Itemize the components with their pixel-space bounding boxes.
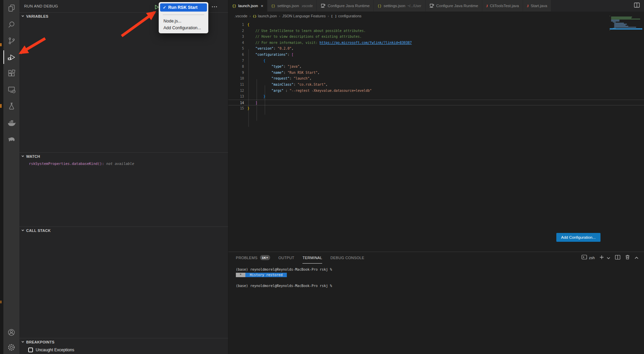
breadcrumb[interactable]: .vscode›{}launch.json›JSON Language Feat…: [228, 12, 644, 20]
terminal-prompt-line: (base) reynoldmorel@Reynolds-MacBook-Pro…: [236, 283, 644, 289]
code-line-15[interactable]: 15}: [228, 105, 644, 112]
code-line-1[interactable]: 1{: [228, 22, 644, 28]
explorer-icon[interactable]: [3, 0, 19, 16]
code-line-14[interactable]: 14 ]: [228, 100, 644, 106]
launch-profile-chevron-down-icon[interactable]: [607, 255, 610, 261]
watch-expression-row[interactable]: rskSystemProperties.databaseKind(): not …: [19, 160, 228, 166]
docker-icon[interactable]: [3, 114, 19, 131]
line-content: // For more information, visit: https://…: [244, 40, 412, 46]
dropdown-separator: [163, 15, 204, 15]
chevron-down-icon: [21, 13, 25, 19]
close-icon[interactable]: ×: [261, 3, 263, 9]
code-line-12[interactable]: 12 "args" : "--regtest -Xkeyvalue.dataso…: [228, 88, 644, 94]
breakpoints-pane-title: BREAKPOINTS: [26, 340, 54, 344]
code-line-2[interactable]: 2 // Use IntelliSense to learn about pos…: [228, 28, 644, 34]
json-file-icon: {}: [253, 14, 257, 18]
line-content: ]: [244, 100, 258, 105]
code-editor[interactable]: 1{2 // Use IntelliSense to learn about p…: [228, 20, 644, 252]
tab-launch-json[interactable]: {}launch.json×: [228, 0, 267, 12]
minimap[interactable]: [610, 16, 642, 35]
code-line-5[interactable]: 5 "version": "0.2.0",: [228, 46, 644, 52]
watch-pane-header[interactable]: WATCH: [19, 153, 228, 160]
line-number: 15: [228, 105, 244, 112]
minimap-line: [614, 23, 624, 23]
call-stack-pane: CALL STACK: [19, 226, 228, 338]
remote-explorer-icon[interactable]: [3, 82, 19, 98]
terminal-output[interactable]: (base) reynoldmorel@Reynolds-MacBook-Pro…: [228, 264, 644, 289]
panel-tab-label: DEBUG CONSOLE: [330, 256, 364, 260]
tab-configure-java-runtime[interactable]: Configure Java Runtime: [317, 0, 373, 12]
panel-tab-debug-console[interactable]: DEBUG CONSOLE: [330, 252, 364, 264]
code-line-3[interactable]: 3 // Hover to view descriptions of exist…: [228, 34, 644, 40]
terminal-history-restored-line: * History restored: [236, 272, 644, 278]
chevron-down-icon: [21, 227, 25, 234]
extensions-icon[interactable]: [3, 65, 19, 82]
tab-start-java[interactable]: JStart.java: [523, 0, 551, 12]
dropdown-item-add-configuration[interactable]: Add Configuration...: [160, 24, 207, 31]
java-file-icon: J: [486, 4, 488, 8]
breadcrumb-item[interactable]: configurations: [338, 14, 362, 18]
line-number: 9: [228, 70, 244, 76]
add-configuration-button[interactable]: Add Configuration...: [556, 233, 601, 242]
dropdown-selected-item[interactable]: ✓ Run RSK Start: [160, 3, 207, 12]
code-line-10[interactable]: 10 "request": "launch",: [228, 75, 644, 82]
minimap-line: [614, 27, 636, 28]
breadcrumb-separator: ›: [249, 14, 251, 18]
maximize-panel-chevron-up-icon[interactable]: [634, 255, 639, 261]
minimap-line: [614, 25, 626, 26]
tab-settings-json[interactable]: {}settings.json~/.../User: [374, 0, 425, 12]
code-line-9[interactable]: 9 "name": "Run RSK Start",: [228, 70, 644, 76]
breadcrumb-item[interactable]: JSON Language Features: [282, 14, 326, 18]
tab-configure-java-runtime[interactable]: Configure Java Runtime: [425, 0, 482, 12]
breakpoints-pane: BREAKPOINTS Uncaught Exceptions: [19, 338, 228, 354]
code-line-8[interactable]: 8 "type": "java",: [228, 64, 644, 70]
breadcrumb-item[interactable]: .vscode: [234, 14, 247, 18]
bottom-panel: PROBLEMS1K+OUTPUTTERMINALDEBUG CONSOLE z…: [228, 252, 644, 354]
split-editor-icon[interactable]: [634, 2, 640, 9]
breadcrumb-item[interactable]: launch.json: [258, 14, 277, 18]
code-line-7[interactable]: 7 {: [228, 58, 644, 64]
line-number: 14: [228, 100, 244, 105]
json-file-icon: {}: [271, 4, 275, 8]
line-number: 5: [228, 46, 244, 52]
new-terminal-icon[interactable]: [599, 255, 604, 261]
shell-label[interactable]: zsh: [589, 256, 595, 260]
code-line-11[interactable]: 11 "mainClass": "co.rsk.Start",: [228, 82, 644, 88]
dropdown-item-node-js[interactable]: Node.js...: [160, 18, 207, 24]
uncaught-exceptions-checkbox[interactable]: [28, 348, 33, 352]
views-more-actions-icon[interactable]: [212, 3, 217, 9]
panel-tab-terminal[interactable]: TERMINAL: [302, 252, 322, 264]
minimap-line: [614, 26, 628, 27]
terminal-prompt-line: (base) reynoldmorel@Reynolds-MacBook-Pro…: [236, 267, 644, 272]
variables-pane-title: VARIABLES: [26, 14, 48, 18]
tab-settings-json[interactable]: {}settings.json.vscode: [267, 0, 317, 12]
line-content: "type": "java",: [244, 64, 301, 70]
call-stack-pane-header[interactable]: CALL STACK: [19, 227, 228, 234]
json-file-icon: {}: [232, 4, 236, 8]
terminal-prompt-line: [236, 278, 644, 283]
code-line-6[interactable]: 6 "configurations": [: [228, 52, 644, 58]
gradle-icon[interactable]: [3, 131, 19, 147]
source-control-icon[interactable]: [3, 33, 19, 49]
edge-mark: [0, 104, 2, 108]
line-content: }: [244, 105, 249, 112]
settings-gear-icon[interactable]: [3, 340, 19, 354]
code-line-13[interactable]: 13 }: [228, 94, 644, 100]
panel-tab-output[interactable]: OUTPUT: [278, 252, 294, 264]
account-icon[interactable]: [3, 324, 19, 340]
minimap-slider[interactable]: [610, 28, 642, 30]
line-number: 4: [228, 40, 244, 46]
minimap-line: [611, 20, 619, 20]
shell-integration-star-chip: *: [236, 273, 245, 277]
split-terminal-icon[interactable]: [615, 255, 621, 261]
kill-terminal-trash-icon[interactable]: [625, 254, 630, 261]
panel-tab-problems[interactable]: PROBLEMS1K+: [236, 252, 270, 264]
tab-clitoolstest-java[interactable]: JCliToolsTest.java: [482, 0, 523, 12]
run-and-debug-icon[interactable]: [3, 49, 19, 65]
testing-icon[interactable]: [3, 98, 19, 114]
breakpoint-row: Uncaught Exceptions: [19, 346, 228, 352]
line-number: 1: [228, 22, 244, 28]
breakpoints-pane-header[interactable]: BREAKPOINTS: [19, 338, 228, 346]
code-line-4[interactable]: 4 // For more information, visit: https:…: [228, 40, 644, 46]
search-icon[interactable]: [3, 16, 19, 33]
